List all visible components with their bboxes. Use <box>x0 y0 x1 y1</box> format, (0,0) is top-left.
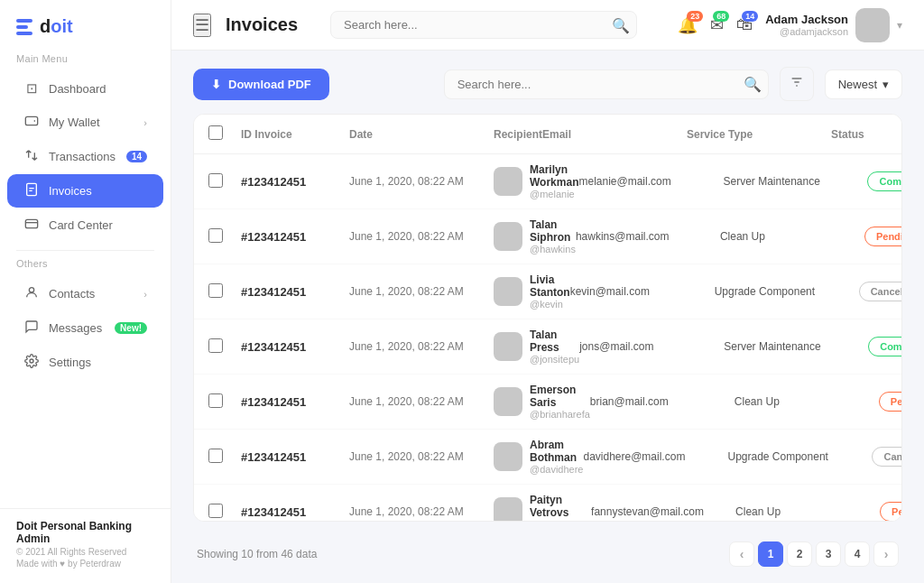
sidebar-footer: Doit Personal Banking Admin © 2021 All R… <box>0 508 171 572</box>
row-checkbox-4[interactable] <box>208 393 223 408</box>
recipient-cell-3: Talan Press @jonsitepu <box>494 329 579 365</box>
sidebar-item-settings[interactable]: Settings <box>7 346 163 379</box>
table-row: #123412451 June 1, 2020, 08:22 AM Abram … <box>194 430 901 485</box>
recipient-handle-6: @fannystefan <box>530 519 591 522</box>
recipient-avatar-4 <box>494 387 522 416</box>
recipient-info-5: Abram Bothman @davidhere <box>530 439 583 475</box>
select-all-checkbox[interactable] <box>208 125 223 140</box>
invoice-id-5: #123412451 <box>241 450 349 464</box>
header-right: 🔔 23 ✉ 68 🛍 14 Adam Jackson @adamjackson… <box>678 8 902 42</box>
sidebar-divider <box>16 250 154 251</box>
filter-button[interactable] <box>780 67 814 101</box>
user-avatar <box>855 8 890 42</box>
recipient-cell-0: Marilyn Workman @melanie <box>494 163 578 199</box>
email-5: davidhere@mail.com <box>583 450 727 463</box>
row-checkbox-3[interactable] <box>208 338 223 353</box>
user-info: Adam Jackson @adamjackson ▾ <box>765 8 902 42</box>
recipient-avatar-6 <box>494 497 522 522</box>
next-page-button[interactable]: › <box>873 541 899 567</box>
page-title: Invoices <box>226 14 298 35</box>
status-badge-4: Pending <box>879 392 902 412</box>
status-badge-0: Completed <box>867 171 902 191</box>
main-menu-label: Main Menu <box>0 53 171 71</box>
filter-icon <box>790 77 804 92</box>
invoice-id-3: #123412451 <box>241 340 349 354</box>
notification-bell-button[interactable]: 🔔 23 <box>678 15 698 35</box>
settings-icon <box>23 354 40 371</box>
status-badge-5: Canceled <box>872 447 902 467</box>
sidebar-item-contacts[interactable]: Contacts › <box>7 277 163 310</box>
col-email: Email <box>542 128 687 141</box>
row-checkbox-0[interactable] <box>208 173 223 188</box>
recipient-info-4: Emerson Saris @brianharefa <box>530 384 590 420</box>
page-button-4[interactable]: 4 <box>845 541 870 567</box>
sidebar-item-label: Invoices <box>49 184 147 198</box>
sidebar-item-transactions[interactable]: Transactions 14 <box>7 140 163 173</box>
sidebar-item-dashboard[interactable]: ⊡ Dashboard <box>7 72 163 105</box>
user-chevron-icon[interactable]: ▾ <box>897 19 902 32</box>
sidebar-item-cardcenter[interactable]: Card Center <box>7 208 163 242</box>
status-badge-2: Canceled <box>859 282 902 301</box>
invoice-date-5: June 1, 2020, 08:22 AM <box>349 450 494 463</box>
invoice-id-2: #123412451 <box>241 285 349 299</box>
service-0: Server Maintenance <box>723 175 867 188</box>
top-search-button[interactable]: 🔍 <box>612 16 630 33</box>
download-pdf-button[interactable]: ⬇ Download PDF <box>193 69 329 100</box>
row-checkbox-5[interactable] <box>208 449 223 463</box>
bell-badge: 23 <box>687 11 703 22</box>
status-badge-3: Completed <box>868 337 902 356</box>
recipient-info-6: Paityn Vetrovs @fannystefan <box>530 494 591 522</box>
row-checkbox-6[interactable] <box>208 504 223 518</box>
notification-bag-button[interactable]: 🛍 14 <box>736 15 753 34</box>
recipient-handle-0: @melanie <box>530 189 578 199</box>
page-button-3[interactable]: 3 <box>816 541 841 567</box>
row-checkbox-1[interactable] <box>208 228 223 243</box>
status-cell-1: Pending <box>864 227 902 246</box>
invoice-id-1: #123412451 <box>241 230 349 244</box>
wallet-icon <box>23 114 40 131</box>
showing-text: Showing 10 from 46 data <box>197 548 317 560</box>
page-button-1[interactable]: 1 <box>758 541 783 567</box>
invoice-table: ID Invoice Date Recipient Email Service … <box>193 114 902 522</box>
recipient-name-1: Talan Siphron <box>530 218 576 244</box>
recipient-avatar-1 <box>494 222 522 251</box>
service-3: Server Maintenance <box>724 340 868 353</box>
recipient-name-5: Abram Bothman <box>530 439 583 464</box>
page-button-2[interactable]: 2 <box>787 541 812 567</box>
recipient-name-3: Talan Press <box>530 329 579 354</box>
recipient-cell-5: Abram Bothman @davidhere <box>494 439 583 475</box>
invoice-id-0: #123412451 <box>241 175 349 189</box>
sidebar-item-mywallet[interactable]: My Wallet › <box>7 106 163 139</box>
top-search-input[interactable] <box>330 11 637 39</box>
content-search-button[interactable]: 🔍 <box>744 76 762 93</box>
service-4: Clean Up <box>735 395 879 408</box>
main-content: ☰ Invoices 🔍 🔔 23 ✉ 68 🛍 14 Adam Jackson <box>171 0 924 583</box>
sort-dropdown-button[interactable]: Newest ▾ <box>825 69 902 99</box>
table-row: #123412451 June 1, 2020, 08:22 AM Talan … <box>194 319 901 375</box>
invoice-date-3: June 1, 2020, 08:22 AM <box>349 340 494 353</box>
download-icon: ⬇ <box>211 78 221 91</box>
table-body: #123412451 June 1, 2020, 08:22 AM Marily… <box>194 154 901 522</box>
sidebar: doit Main Menu ⊡ Dashboard My Wallet › T… <box>0 0 171 583</box>
recipient-handle-3: @jonsitepu <box>530 354 579 365</box>
sidebar-item-label: Contacts <box>49 287 134 301</box>
recipient-handle-4: @brianharefa <box>530 409 590 420</box>
company-name: Doit Personal Banking Admin <box>16 520 154 545</box>
content-search-input[interactable] <box>444 69 769 99</box>
status-badge-6: Pending <box>880 502 902 522</box>
recipient-name-2: Livia Stanton <box>530 273 570 299</box>
chevron-right-icon: › <box>143 289 147 300</box>
notification-mail-button[interactable]: ✉ 68 <box>710 15 724 35</box>
table-row: #123412451 June 1, 2020, 08:22 AM Paityn… <box>194 485 901 522</box>
invoice-date-1: June 1, 2020, 08:22 AM <box>349 230 494 243</box>
invoice-id-6: #123412451 <box>241 505 349 519</box>
hamburger-button[interactable]: ☰ <box>193 14 211 37</box>
row-checkbox-2[interactable] <box>208 283 223 298</box>
invoice-date-4: June 1, 2020, 08:22 AM <box>349 395 494 408</box>
status-cell-5: Canceled <box>872 447 902 467</box>
sidebar-item-invoices[interactable]: Invoices <box>7 174 163 208</box>
status-cell-2: Canceled <box>859 282 902 301</box>
recipient-avatar-3 <box>494 332 522 361</box>
sidebar-item-messages[interactable]: Messages New! <box>7 311 163 345</box>
prev-page-button[interactable]: ‹ <box>729 541 754 567</box>
